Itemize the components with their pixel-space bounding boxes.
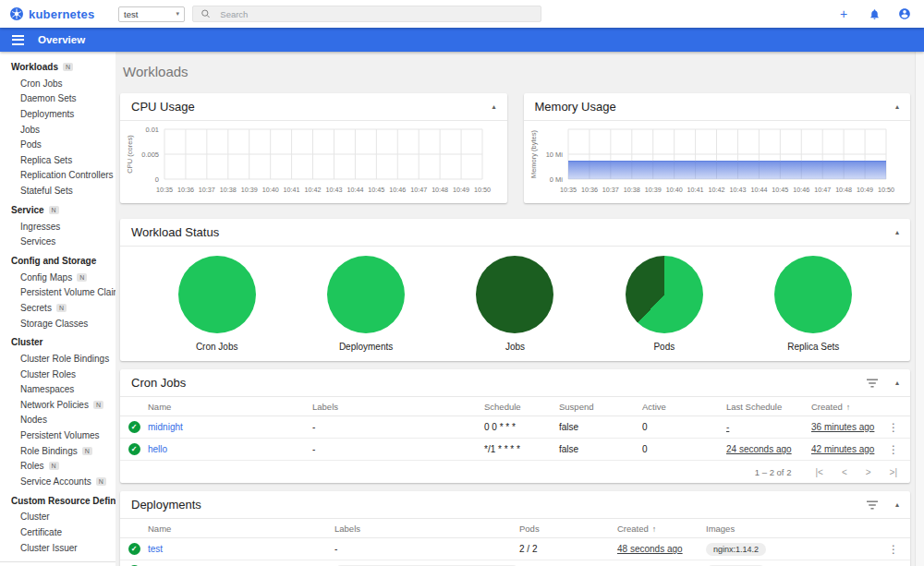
search-input[interactable] xyxy=(220,9,533,19)
sidebar-item-role-bindings[interactable]: Role BindingsN xyxy=(0,443,116,459)
svg-text:10:42: 10:42 xyxy=(708,186,724,194)
schedule-cell: 0 0 * * * xyxy=(484,422,559,432)
collapse-icon[interactable]: ▴ xyxy=(492,103,495,111)
schedule-cell: */1 * * * * xyxy=(484,444,559,454)
sidebar-item-ingresses[interactable]: Ingresses xyxy=(0,219,116,235)
column-header-last-schedule[interactable]: Last Schedule xyxy=(726,402,811,412)
notifications-button[interactable] xyxy=(866,6,882,22)
sidebar-item-secrets[interactable]: SecretsN xyxy=(0,300,116,316)
column-header-labels[interactable]: Labels xyxy=(312,402,484,412)
sidebar-item-pods[interactable]: Pods xyxy=(0,137,116,152)
namespaced-badge: N xyxy=(63,63,73,71)
resource-name-link[interactable]: hello xyxy=(148,444,312,454)
sidebar-item-replica-sets[interactable]: Replica Sets xyxy=(0,152,116,168)
table-header-row: NameLabelsPodsCreated↑Images xyxy=(120,519,910,538)
sidebar-item-cluster-roles[interactable]: Cluster Roles xyxy=(0,367,116,382)
suspend-cell: false xyxy=(559,444,642,454)
sidebar-item-namespaces[interactable]: Namespaces xyxy=(0,382,116,398)
sidebar-item-cluster-role-bindings[interactable]: Cluster Role Bindings xyxy=(0,351,116,367)
workload-status-pie-cron-jobs xyxy=(178,256,256,333)
labels-cell: - xyxy=(334,544,519,554)
sidebar-item-cluster[interactable]: Cluster xyxy=(0,510,116,525)
resource-name-link[interactable]: test xyxy=(148,544,334,554)
sidebar-nav: WorkloadsNCron JobsDaemon SetsDeployment… xyxy=(0,52,116,566)
column-header-suspend[interactable]: Suspend xyxy=(559,402,642,412)
workload-status-title: Workload Status xyxy=(131,225,219,239)
sidebar-section-config-and-storage[interactable]: Config and Storage xyxy=(0,252,116,270)
sidebar-item-deployments[interactable]: Deployments xyxy=(0,106,116,122)
sidebar-item-storage-classes[interactable]: Storage Classes xyxy=(0,316,116,331)
collapse-icon[interactable]: ▴ xyxy=(895,229,899,236)
sidebar-item-network-policies[interactable]: Network PoliciesN xyxy=(0,397,116,413)
sidebar-item-daemon-sets[interactable]: Daemon Sets xyxy=(0,91,116,107)
svg-text:10:39: 10:39 xyxy=(644,186,661,194)
sidebar-item-nodes[interactable]: Nodes xyxy=(0,413,116,428)
column-header-created[interactable]: Created↑ xyxy=(811,402,877,412)
column-header-active[interactable]: Active xyxy=(642,402,726,412)
sidebar-item-persistent-volumes[interactable]: Persistent Volumes xyxy=(0,428,116,443)
sidebar-section-cluster[interactable]: Cluster xyxy=(0,333,116,351)
sidebar-item-certificate[interactable]: Certificate xyxy=(0,524,116,540)
app-bar: Overview xyxy=(0,28,924,52)
namespaced-badge: N xyxy=(93,401,103,409)
svg-text:0.01: 0.01 xyxy=(145,126,159,134)
workload-status-cron-jobs: Cron Jobs xyxy=(178,256,256,352)
svg-text:10:38: 10:38 xyxy=(623,186,639,194)
create-resource-button[interactable]: + xyxy=(835,6,852,22)
next-page-button[interactable]: > xyxy=(866,467,871,477)
collapse-icon[interactable]: ▴ xyxy=(895,501,899,509)
search-bar[interactable] xyxy=(192,6,541,22)
main-content: Workloads CPU Usage ▴ 00.0050.0110:3510:… xyxy=(116,52,915,566)
svg-text:Memory (bytes): Memory (bytes) xyxy=(529,129,538,178)
column-header-images[interactable]: Images xyxy=(706,524,877,534)
column-header-name[interactable]: Name xyxy=(148,402,312,412)
sidebar-section-workloads[interactable]: WorkloadsN xyxy=(0,58,116,76)
sidebar-item-services[interactable]: Services xyxy=(0,234,116,249)
last-page-button[interactable]: >| xyxy=(890,467,897,477)
deployments-table: NameLabelsPodsCreated↑Images✓test-2 / 24… xyxy=(120,519,910,566)
sidebar-item-stateful-sets[interactable]: Stateful Sets xyxy=(0,183,116,199)
sidebar-item-cluster-issuer[interactable]: Cluster Issuer xyxy=(0,540,116,556)
sidebar-item-config-maps[interactable]: Config MapsN xyxy=(0,270,116,285)
sidebar-item-jobs[interactable]: Jobs xyxy=(0,122,116,138)
workload-status-pies: Cron JobsDeploymentsJobsPodsReplica Sets xyxy=(120,247,910,361)
previous-page-button[interactable]: < xyxy=(842,467,847,477)
collapse-icon[interactable]: ▴ xyxy=(895,103,899,111)
check-circle-icon: ✓ xyxy=(128,421,140,433)
scrollbar-track[interactable] xyxy=(915,52,924,566)
active-cell: 0 xyxy=(642,422,726,432)
column-header-created[interactable]: Created↑ xyxy=(617,524,706,534)
account-button[interactable] xyxy=(896,6,913,22)
menu-button[interactable] xyxy=(9,32,27,48)
sidebar-item-persistent-volume-claims[interactable]: Persistent Volume ClaimsN xyxy=(0,285,116,301)
hamburger-icon xyxy=(12,35,24,37)
svg-text:10:45: 10:45 xyxy=(368,186,384,194)
workload-status-pie-deployments xyxy=(327,256,405,333)
sidebar-section-custom-resource-definitions[interactable]: Custom Resource Definitions xyxy=(0,492,116,510)
filter-button[interactable] xyxy=(866,500,879,510)
sidebar-item-cron-jobs[interactable]: Cron Jobs xyxy=(0,76,116,91)
sidebar-item-roles[interactable]: RolesN xyxy=(0,458,116,474)
filter-button[interactable] xyxy=(866,379,879,388)
filter-icon xyxy=(866,379,879,388)
column-header-labels[interactable]: Labels xyxy=(334,524,519,534)
column-header-pods[interactable]: Pods xyxy=(519,524,617,534)
collapse-icon[interactable]: ▴ xyxy=(895,379,899,387)
column-header-schedule[interactable]: Schedule xyxy=(484,402,559,412)
sidebar-section-service[interactable]: ServiceN xyxy=(0,201,116,219)
status-cell: ✓ xyxy=(128,443,140,455)
column-header-name[interactable]: Name xyxy=(148,524,334,534)
resource-name-link[interactable]: midnight xyxy=(148,422,312,432)
namespace-selector[interactable]: test ▾ xyxy=(118,6,185,22)
sidebar-item-replication-controllers[interactable]: Replication Controllers xyxy=(0,168,116,184)
table-row: ✓nginx-deploymentapp: nginx3 / 342 minut… xyxy=(120,560,910,566)
row-menu-button[interactable]: ⋮ xyxy=(884,443,903,456)
deployments-card: Deployments ▴ NameLabelsPodsCreated↑Imag… xyxy=(120,491,910,566)
kubernetes-logo[interactable]: kubernetes xyxy=(0,6,109,21)
first-page-button[interactable]: |< xyxy=(815,467,822,477)
sidebar-item-service-accounts[interactable]: Service AccountsN xyxy=(0,474,116,489)
namespaced-badge: N xyxy=(77,273,87,282)
row-menu-button[interactable]: ⋮ xyxy=(884,421,903,434)
svg-text:0.005: 0.005 xyxy=(141,151,159,159)
row-menu-button[interactable]: ⋮ xyxy=(884,543,903,556)
